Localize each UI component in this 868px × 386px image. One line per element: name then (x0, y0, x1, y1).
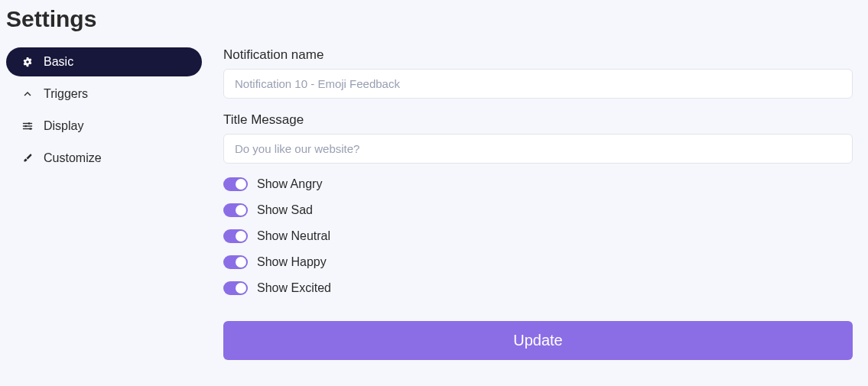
toggle-show-neutral: Show Neutral (223, 229, 853, 243)
sidebar-item-triggers[interactable]: Triggers (6, 79, 202, 109)
svg-rect-3 (28, 122, 30, 124)
brush-icon (21, 152, 34, 164)
sidebar-item-label: Customize (44, 151, 102, 165)
page-title: Settings (6, 6, 862, 32)
notification-name-label: Notification name (223, 47, 853, 63)
notification-name-input[interactable] (223, 69, 853, 99)
chevron-up-icon (21, 88, 34, 100)
toggle-show-happy: Show Happy (223, 255, 853, 269)
main-content: Notification name Title Message Show Ang… (223, 47, 862, 360)
sidebar-item-label: Basic (44, 55, 73, 69)
sidebar-item-display[interactable]: Display (6, 112, 202, 141)
toggle-switch[interactable] (223, 281, 248, 295)
toggle-switch[interactable] (223, 255, 248, 269)
toggle-label: Show Sad (257, 203, 313, 217)
sliders-icon (21, 120, 34, 132)
toggle-label: Show Happy (257, 255, 327, 269)
toggle-show-excited: Show Excited (223, 281, 853, 295)
sidebar-item-basic[interactable]: Basic (6, 47, 202, 76)
gear-icon (21, 56, 34, 68)
sidebar-item-customize[interactable]: Customize (6, 144, 202, 173)
toggle-show-sad: Show Sad (223, 203, 853, 217)
sidebar-item-label: Triggers (44, 87, 88, 101)
toggle-switch[interactable] (223, 229, 248, 243)
sidebar: Basic Triggers Display Customize (6, 47, 202, 360)
update-button[interactable]: Update (223, 321, 853, 360)
title-message-input[interactable] (223, 134, 853, 164)
title-message-label: Title Message (223, 112, 853, 128)
toggle-show-angry: Show Angry (223, 177, 853, 191)
toggle-label: Show Excited (257, 281, 331, 295)
title-message-group: Title Message (223, 112, 853, 164)
svg-rect-4 (25, 125, 27, 127)
sidebar-item-label: Display (44, 119, 83, 133)
toggle-label: Show Angry (257, 177, 322, 191)
toggle-switch[interactable] (223, 203, 248, 217)
svg-rect-5 (30, 128, 31, 129)
notification-name-group: Notification name (223, 47, 853, 99)
toggle-label: Show Neutral (257, 229, 330, 243)
toggle-switch[interactable] (223, 177, 248, 191)
